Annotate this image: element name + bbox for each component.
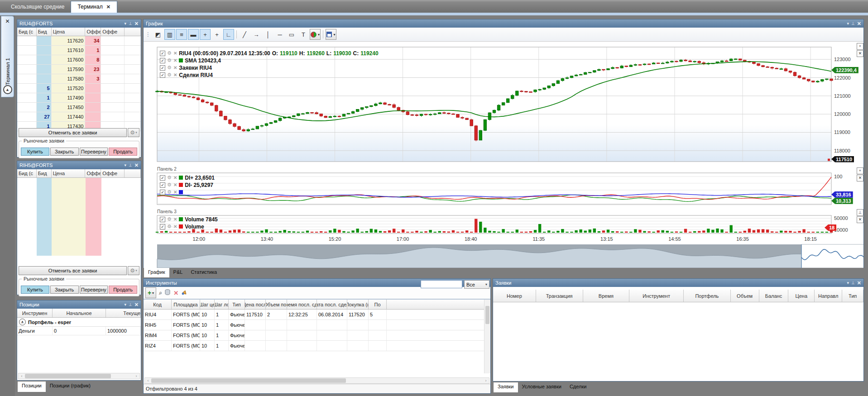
portfolio-group-row[interactable]: ∧Портфель - esper <box>17 318 141 327</box>
column-header[interactable]: Бид (с <box>17 28 37 36</box>
orderbook-row[interactable]: 1176101 <box>17 46 141 55</box>
cancel-all-orders-button[interactable]: Отменить все заявки <box>19 266 127 275</box>
remove-icon[interactable]: ✕ <box>173 65 177 70</box>
filter-dropdown[interactable]: Все▾ <box>464 280 489 289</box>
gear-icon[interactable]: ⚙ <box>167 65 172 71</box>
visibility-checkbox[interactable]: ✓ <box>160 190 165 195</box>
visibility-checkbox[interactable]: ✓ <box>160 58 165 63</box>
chart-area[interactable]: 1180001190001200001210001220001230001005… <box>144 42 863 269</box>
vertical-line-tool-icon[interactable]: │ <box>263 29 273 40</box>
column-header[interactable]: Начальное <box>53 309 106 317</box>
visibility-checkbox[interactable]: ✓ <box>160 224 165 229</box>
remove-icon[interactable]: ✕ <box>173 175 177 180</box>
column-header[interactable]: Бид <box>37 169 52 177</box>
tab-positions[interactable]: Позиции <box>18 382 46 392</box>
visibility-checkbox[interactable]: ✓ <box>160 72 165 78</box>
pin-icon[interactable]: ⊥ <box>851 22 855 26</box>
database-icon[interactable] <box>165 289 171 296</box>
column-header[interactable]: Объем <box>731 290 759 302</box>
column-header[interactable]: Оффе <box>85 28 101 36</box>
tab-pnl[interactable]: P&L <box>169 268 187 277</box>
column-header[interactable]: Дата посл. сделк <box>317 300 347 309</box>
column-header[interactable]: Баланс <box>759 290 789 302</box>
column-header[interactable]: Время посл. сде. <box>287 300 317 309</box>
close-pane-icon[interactable]: ✕ <box>857 50 863 57</box>
delete-icon[interactable]: ✕ <box>173 290 178 296</box>
tab-positions-chart[interactable]: Позиции (график) <box>46 382 95 392</box>
chevron-down-icon[interactable]: ▾ <box>847 22 849 26</box>
panel-titlebar[interactable]: RIH5@FORTS ▾⊥✕ <box>17 161 141 169</box>
remove-icon[interactable]: ✕ <box>173 182 177 187</box>
sell-button[interactable]: Продать <box>109 286 137 294</box>
reverse-button[interactable]: Переверну <box>80 286 108 294</box>
chevron-down-icon[interactable]: ▾ <box>124 303 126 307</box>
remove-icon[interactable]: ✕ <box>173 51 177 56</box>
gear-icon[interactable]: ⚙ <box>167 72 172 78</box>
column-header[interactable]: Оффе <box>101 28 125 36</box>
column-header[interactable]: Площадка <box>172 300 200 309</box>
sell-button[interactable]: Продать <box>109 148 137 156</box>
close-icon[interactable]: ✕ <box>106 4 110 10</box>
column-header[interactable]: Цена <box>52 28 86 36</box>
close-icon[interactable]: ✕ <box>134 22 139 26</box>
visibility-checkbox[interactable]: ✓ <box>160 182 165 188</box>
close-pane-icon[interactable]: ✕ <box>857 175 863 181</box>
tab-terminal[interactable]: Терминал✕ <box>71 1 117 13</box>
gear-icon[interactable]: ⚙ <box>167 189 172 195</box>
close-position-button[interactable]: Закрыть <box>50 148 79 156</box>
column-header[interactable]: Цена <box>788 290 815 302</box>
chart-style-icon[interactable]: ◩ <box>153 29 163 40</box>
column-header[interactable]: Код <box>144 300 172 309</box>
pin-icon[interactable]: ⊥ <box>129 303 132 307</box>
close-icon[interactable]: ✕ <box>857 22 861 26</box>
orderbook-row[interactable]: 1175803 <box>17 74 141 84</box>
remove-icon[interactable]: ✕ <box>173 72 177 77</box>
crosshair-label-icon[interactable]: + <box>211 29 222 40</box>
pin-icon[interactable]: ⊥ <box>851 281 855 285</box>
column-header[interactable]: Инструмен <box>17 309 53 317</box>
column-header[interactable]: Бид <box>37 28 52 36</box>
tab-trades[interactable]: Сделки <box>566 382 591 392</box>
tab-statistics[interactable]: Статистика <box>187 268 221 277</box>
tab-conditional-orders[interactable]: Условные заявки <box>518 382 566 392</box>
panel-titlebar[interactable]: Позиции ▾⊥✕ <box>17 301 141 309</box>
table-row[interactable]: RIZ4FORTS (MOEX)101Фьючер <box>144 341 490 351</box>
orderbook-row[interactable]: 2117450 <box>17 103 141 112</box>
remove-icon[interactable]: ✕ <box>173 217 177 222</box>
orderbook-row[interactable]: 11759023 <box>17 65 141 74</box>
gear-icon[interactable]: ⚙ <box>167 175 172 181</box>
toolbar-handle-icon[interactable]: ⋮ <box>145 31 151 38</box>
column-header[interactable]: Оффе <box>101 169 125 177</box>
close-icon[interactable]: ✕ <box>857 281 861 285</box>
scroll-left-icon[interactable]: ‹ <box>145 378 151 383</box>
autohide-icon[interactable]: ▲ <box>3 85 12 94</box>
column-header[interactable]: Шаг ло <box>215 300 229 309</box>
chevron-down-icon[interactable]: ▾ <box>847 281 849 285</box>
visibility-checkbox[interactable]: ✓ <box>160 175 165 181</box>
panel-titlebar[interactable]: Заявки ▾⊥✕ <box>493 279 863 287</box>
objects-list-icon[interactable]: ≡ <box>176 29 187 40</box>
chevron-down-icon[interactable]: ▾ <box>124 163 126 167</box>
column-header[interactable]: По <box>369 300 387 309</box>
table-row[interactable]: RIH5FORTS (MOEX)101Фьючер <box>144 320 490 330</box>
scroll-right-icon[interactable]: › <box>133 374 139 378</box>
panel-titlebar[interactable]: RIU4@FORTS ▾⊥✕ <box>17 19 141 28</box>
crosshair-icon[interactable]: + <box>200 29 211 40</box>
remove-icon[interactable]: ✕ <box>173 58 177 63</box>
collapse-icon[interactable]: ∧ <box>19 319 26 325</box>
orderbook-row[interactable]: 1117490 <box>17 93 141 103</box>
column-header[interactable]: Шаг це <box>200 300 215 309</box>
maximize-pane-icon[interactable]: + <box>857 167 863 174</box>
visibility-checkbox[interactable]: ✓ <box>160 217 165 222</box>
column-header[interactable]: Тип <box>229 300 245 309</box>
alerts-icon[interactable] <box>181 289 187 296</box>
orderbook-row[interactable]: 27117440 <box>17 112 141 122</box>
find-icon[interactable]: ⌕ <box>159 289 162 296</box>
column-header[interactable]: Транзакция <box>536 290 583 302</box>
close-icon[interactable]: ✕ <box>134 303 139 307</box>
column-header[interactable]: Направл <box>815 290 842 302</box>
column-header[interactable]: Номер <box>493 290 536 302</box>
vertical-scrollbar[interactable] <box>484 300 490 373</box>
order-settings-button[interactable]: ⚙▾ <box>128 266 139 275</box>
column-header[interactable]: Покупка (ц <box>347 300 369 309</box>
